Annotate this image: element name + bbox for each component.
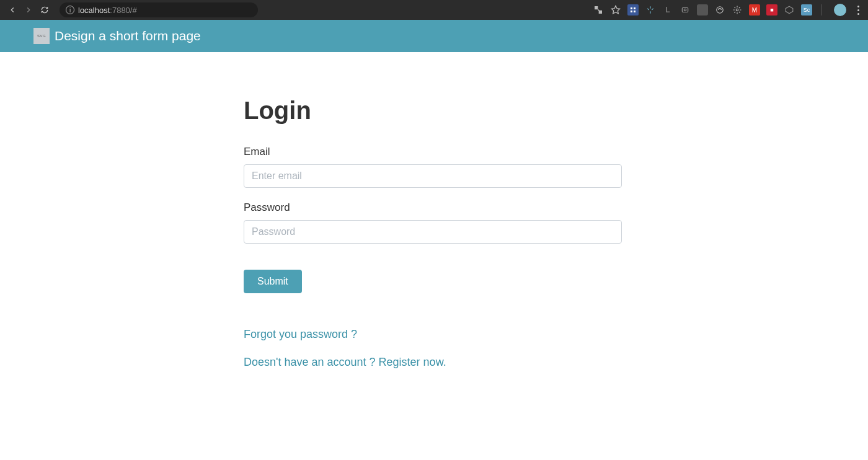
browser-menu-icon[interactable]: [857, 6, 859, 15]
extension-icon[interactable]: L: [662, 4, 673, 15]
site-info-icon[interactable]: i: [66, 6, 74, 14]
extension-icon[interactable]: [697, 4, 708, 15]
extension-icon[interactable]: [680, 4, 691, 15]
url-host: localhost: [78, 6, 110, 15]
extension-icon[interactable]: [645, 4, 656, 15]
extension-icon[interactable]: M: [749, 4, 760, 15]
svg-rect-5: [682, 8, 688, 12]
address-bar[interactable]: i localhost:7880/#: [60, 2, 258, 17]
reload-button[interactable]: [38, 4, 51, 16]
browser-chrome: i localhost:7880/# L M ■: [0, 0, 868, 20]
back-button[interactable]: [6, 4, 19, 16]
brand-logo[interactable]: SVG: [33, 28, 50, 44]
svg-point-7: [717, 7, 724, 14]
extension-icon[interactable]: [784, 4, 795, 15]
submit-button[interactable]: Submit: [244, 270, 302, 293]
forgot-password-link[interactable]: Forgot you password ?: [244, 328, 622, 341]
svg-rect-2: [634, 7, 636, 9]
translate-icon[interactable]: [593, 4, 604, 15]
app-header: SVG Design a short form page: [0, 20, 868, 52]
register-link[interactable]: Doesn't have an account ? Register now.: [244, 356, 622, 369]
email-group: Email: [244, 146, 622, 188]
profile-avatar[interactable]: [834, 4, 846, 16]
email-label: Email: [244, 146, 622, 158]
brand-title[interactable]: Design a short form page: [55, 29, 201, 43]
svg-rect-4: [634, 11, 636, 12]
extensions-row: L M ■ Sc: [593, 4, 862, 16]
password-group: Password: [244, 201, 622, 244]
svg-rect-1: [631, 7, 632, 9]
password-label: Password: [244, 201, 622, 214]
extension-icon[interactable]: [714, 4, 725, 15]
login-form: Login Email Password Submit Forgot you p…: [244, 97, 622, 369]
extension-icon[interactable]: ■: [766, 4, 777, 15]
extension-icon[interactable]: [627, 4, 639, 15]
svg-point-8: [736, 9, 738, 11]
svg-marker-0: [611, 6, 619, 14]
page-title: Login: [244, 97, 622, 125]
email-field[interactable]: [244, 164, 622, 188]
extension-icon[interactable]: Sc: [801, 4, 812, 15]
svg-rect-3: [631, 11, 632, 12]
page-content: Login Email Password Submit Forgot you p…: [0, 52, 868, 369]
url-port-path: :7880/#: [110, 6, 136, 15]
forward-button[interactable]: [22, 4, 35, 16]
password-field[interactable]: [244, 220, 622, 244]
extension-icon[interactable]: [732, 4, 743, 15]
svg-marker-9: [786, 6, 793, 14]
svg-point-6: [684, 9, 686, 11]
bookmark-star-icon[interactable]: [610, 4, 621, 15]
